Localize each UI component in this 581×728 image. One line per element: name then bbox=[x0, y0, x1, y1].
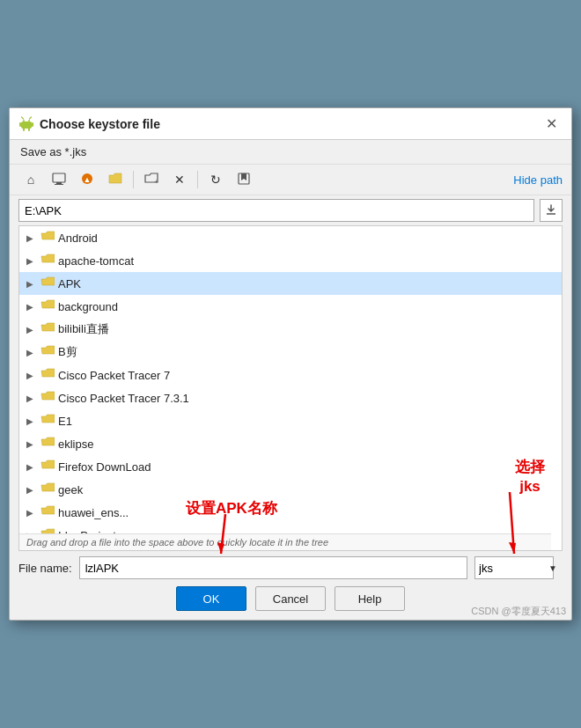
list-item[interactable]: ▶ background bbox=[19, 295, 562, 318]
item-arrow: ▶ bbox=[26, 508, 37, 518]
ok-button[interactable]: OK bbox=[176, 586, 246, 611]
item-arrow: ▶ bbox=[26, 485, 37, 495]
item-name: Cisco Packet Tracer 7.3.1 bbox=[58, 392, 189, 405]
svg-rect-3 bbox=[19, 122, 21, 127]
item-name: Cisco Packet Tracer 7 bbox=[58, 369, 170, 382]
item-arrow: ▶ bbox=[26, 371, 37, 380]
list-item[interactable]: ▶ Firefox DownLoad bbox=[19, 455, 562, 478]
save-as-bar: Save as *.jks bbox=[10, 140, 571, 165]
folder-item-icon bbox=[40, 505, 55, 519]
file-name-row: File name: jkskeystorep12 bbox=[18, 556, 563, 579]
close-button[interactable]: ✕ bbox=[541, 114, 563, 134]
svg-rect-11 bbox=[55, 184, 63, 185]
svg-point-0 bbox=[23, 120, 25, 121]
bookmark-button[interactable] bbox=[232, 168, 256, 191]
list-item[interactable]: ▶ bilibili直播 bbox=[19, 318, 562, 341]
item-arrow: ▶ bbox=[26, 302, 37, 312]
list-item[interactable]: ▶ apache-tomcat bbox=[19, 249, 562, 272]
item-name: B剪 bbox=[58, 344, 77, 360]
csdn-watermark: CSDN @零度夏天413 bbox=[471, 605, 566, 618]
folder-item-icon bbox=[40, 254, 55, 268]
folder-item-icon bbox=[40, 391, 55, 405]
file-name-input[interactable] bbox=[79, 556, 467, 579]
choose-keystore-dialog: Choose keystore file ✕ Save as *.jks ⌂ ▲ bbox=[9, 107, 572, 621]
item-arrow: ▶ bbox=[26, 462, 37, 472]
svg-rect-4 bbox=[32, 122, 33, 127]
item-name: APK bbox=[58, 277, 81, 290]
list-item[interactable]: ▶ eklipse bbox=[19, 432, 562, 455]
bookmark-icon bbox=[238, 173, 250, 188]
title-bar-left: Choose keystore file bbox=[18, 116, 160, 132]
cancel-button[interactable]: Cancel bbox=[255, 586, 326, 611]
refresh-button[interactable]: ↻ bbox=[203, 168, 228, 191]
item-name: Firefox DownLoad bbox=[58, 460, 151, 474]
item-name: Android bbox=[58, 232, 98, 245]
save-as-label: Save as *.jks bbox=[20, 145, 86, 158]
svg-line-8 bbox=[30, 117, 32, 119]
home2-button[interactable]: ▲ bbox=[75, 168, 99, 191]
folder-item-icon bbox=[40, 414, 55, 428]
folder2-button[interactable] bbox=[103, 168, 128, 191]
path-download-button[interactable] bbox=[540, 199, 563, 222]
delete-icon: ✕ bbox=[174, 173, 185, 187]
hide-path-link[interactable]: Hide path bbox=[513, 173, 563, 187]
list-item[interactable]: ▶ APK bbox=[19, 272, 562, 295]
item-name: apache-tomcat bbox=[58, 254, 134, 268]
item-arrow: ▶ bbox=[26, 256, 37, 266]
item-arrow: ▶ bbox=[26, 416, 37, 426]
svg-line-7 bbox=[22, 117, 24, 119]
item-name: bilibili直播 bbox=[58, 321, 109, 337]
folder-item-icon bbox=[40, 482, 55, 496]
svg-rect-6 bbox=[28, 128, 30, 131]
svg-rect-10 bbox=[56, 182, 62, 184]
item-name: geek bbox=[58, 483, 83, 496]
item-arrow: ▶ bbox=[26, 439, 37, 449]
list-item[interactable]: ▶ Cisco Packet Tracer 7 bbox=[19, 364, 562, 386]
folder-item-icon bbox=[40, 231, 55, 245]
file-type-select-wrapper: jkskeystorep12 bbox=[474, 556, 563, 579]
file-list-container: ▶ Android ▶ apache-tomcat ▶ APK ▶ backgr… bbox=[18, 225, 563, 551]
file-list: ▶ Android ▶ apache-tomcat ▶ APK ▶ backgr… bbox=[19, 226, 562, 551]
path-input[interactable] bbox=[18, 199, 534, 222]
help-button[interactable]: Help bbox=[335, 586, 405, 611]
dialog-title: Choose keystore file bbox=[40, 117, 160, 131]
toolbar-separator-2 bbox=[197, 171, 198, 188]
svg-rect-9 bbox=[53, 173, 65, 182]
file-type-select[interactable]: jkskeystorep12 bbox=[474, 556, 554, 579]
item-name: background bbox=[58, 300, 118, 313]
list-item[interactable]: ▶ B剪 bbox=[19, 341, 562, 364]
list-item[interactable]: ▶ geek bbox=[19, 478, 562, 501]
path-bar bbox=[18, 199, 563, 222]
folder-item-icon bbox=[40, 276, 55, 290]
android-icon bbox=[18, 116, 34, 132]
delete-button[interactable]: ✕ bbox=[167, 168, 192, 191]
item-arrow: ▶ bbox=[26, 393, 37, 403]
item-arrow: ▶ bbox=[26, 348, 37, 357]
new-folder-icon: + bbox=[144, 173, 158, 188]
new-folder-button[interactable]: + bbox=[139, 168, 164, 191]
file-name-label: File name: bbox=[18, 562, 72, 575]
svg-rect-5 bbox=[23, 128, 25, 131]
list-item[interactable]: ▶ huawei_ens... bbox=[19, 501, 562, 524]
svg-text:▲: ▲ bbox=[84, 175, 92, 184]
home-button[interactable]: ⌂ bbox=[18, 168, 43, 191]
folder-item-icon bbox=[40, 437, 55, 451]
svg-point-1 bbox=[28, 120, 30, 121]
home-icon: ⌂ bbox=[27, 173, 34, 187]
drag-hint: Drag and drop a file into the space abov… bbox=[19, 533, 551, 550]
item-arrow: ▶ bbox=[26, 325, 37, 335]
desktop-button[interactable] bbox=[47, 168, 71, 191]
folder-item-icon bbox=[40, 368, 55, 382]
item-arrow: ▶ bbox=[26, 233, 37, 243]
title-bar: Choose keystore file ✕ bbox=[10, 108, 571, 140]
list-item[interactable]: ▶ Android bbox=[19, 226, 562, 249]
list-item[interactable]: ▶ Cisco Packet Tracer 7.3.1 bbox=[19, 386, 562, 409]
list-item[interactable]: ▶ E1 bbox=[19, 409, 562, 432]
svg-rect-2 bbox=[21, 121, 32, 129]
item-name: E1 bbox=[58, 415, 72, 428]
item-arrow: ▶ bbox=[26, 279, 37, 289]
folder-item-icon bbox=[40, 299, 55, 313]
refresh-icon: ↻ bbox=[210, 173, 221, 187]
toolbar-separator-1 bbox=[133, 171, 134, 188]
folder-item-icon bbox=[40, 460, 55, 474]
